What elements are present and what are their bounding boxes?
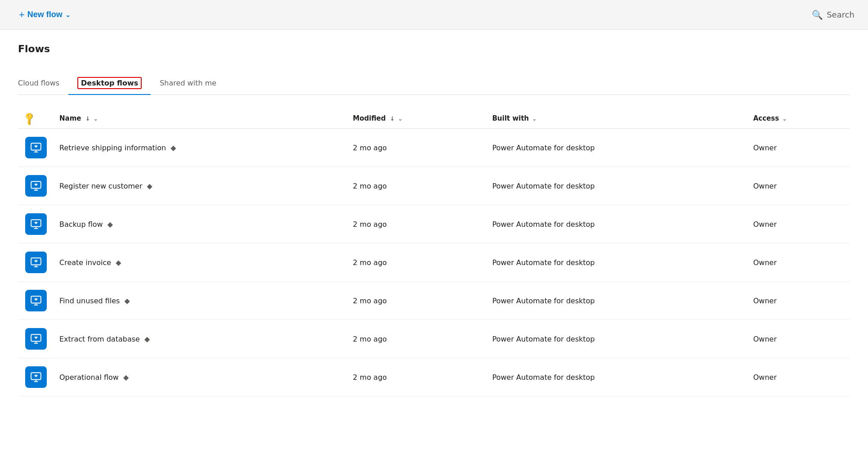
table-row[interactable]: Register new customer ◆ 2 mo agoPower Au… [18,167,850,205]
flow-name-cell[interactable]: Backup flow ◆ [54,205,348,243]
search-icon: 🔍 [812,9,823,20]
flow-access-cell: Owner [748,167,850,205]
key-icon: 🔑 [21,111,37,126]
flow-icon-box [25,328,47,350]
flow-icon-box [25,290,47,311]
sort-down-icon: ↓ [85,115,90,122]
flow-built-with-cell: Power Automate for desktop [487,129,747,167]
flow-name-cell[interactable]: Find unused files ◆ [54,282,348,320]
col-key-header: 🔑 [18,108,54,129]
plus-icon: + [19,9,25,21]
diamond-icon: ◆ [123,373,129,382]
flow-name-cell[interactable]: Register new customer ◆ [54,167,348,205]
table-row[interactable]: Operational flow ◆ 2 mo agoPower Automat… [18,358,850,396]
flow-modified-cell: 2 mo ago [348,243,487,282]
flow-modified-cell: 2 mo ago [348,167,487,205]
col-name-header[interactable]: Name ↓ ⌄ [54,108,348,129]
tab-shared-with-me[interactable]: Shared with me [151,74,225,93]
flow-built-with-cell: Power Automate for desktop [487,205,747,243]
table-row[interactable]: Backup flow ◆ 2 mo agoPower Automate for… [18,205,850,243]
flow-access-cell: Owner [748,129,850,167]
desktop-flow-icon [30,371,42,383]
desktop-flow-icon [30,142,42,153]
diamond-icon: ◆ [124,297,130,305]
flow-icon-box [25,252,47,273]
desktop-flow-icon [30,295,42,306]
flow-modified-cell: 2 mo ago [348,282,487,320]
flow-built-with-cell: Power Automate for desktop [487,243,747,282]
flow-modified-cell: 2 mo ago [348,358,487,396]
flow-icon-cell [18,358,54,396]
diamond-icon: ◆ [144,335,150,343]
flow-built-with-cell: Power Automate for desktop [487,320,747,358]
col-built-with-header[interactable]: Built with ⌄ [487,108,747,129]
flow-icon-box [25,366,47,388]
flow-icon-cell [18,282,54,320]
flow-name-cell[interactable]: Operational flow ◆ [54,358,348,396]
flow-name-text: Extract from database [59,335,140,343]
flow-icon-box [25,137,47,158]
desktop-flow-icon [30,218,42,230]
flow-modified-cell: 2 mo ago [348,205,487,243]
flow-icon-cell [18,129,54,167]
diamond-icon: ◆ [107,220,113,229]
flow-name-text: Register new customer [59,182,142,190]
diamond-icon: ◆ [116,258,121,267]
flows-table: 🔑 Name ↓ ⌄ Modified ↓ ⌄ Built with ⌄ [18,108,850,396]
flow-icon-cell [18,320,54,358]
sort-down-icon: ↓ [390,115,395,122]
chevron-down-icon: ⌄ [65,11,71,18]
flow-name-cell[interactable]: Retrieve shipping information ◆ [54,129,348,167]
flow-icon-cell [18,243,54,282]
chevron-down-icon: ⌄ [532,116,537,122]
table-header-row: 🔑 Name ↓ ⌄ Modified ↓ ⌄ Built with ⌄ [18,108,850,129]
flow-name-text: Retrieve shipping information [59,144,166,152]
flow-built-with-cell: Power Automate for desktop [487,358,747,396]
diamond-icon: ◆ [170,144,176,152]
table-body: Retrieve shipping information ◆ 2 mo ago… [18,129,850,396]
table-header: 🔑 Name ↓ ⌄ Modified ↓ ⌄ Built with ⌄ [18,108,850,129]
flow-built-with-cell: Power Automate for desktop [487,282,747,320]
flow-icon-cell [18,167,54,205]
flow-built-with-cell: Power Automate for desktop [487,167,747,205]
flow-name-text: Backup flow [59,220,103,229]
flow-name-cell[interactable]: Extract from database ◆ [54,320,348,358]
flow-name-cell[interactable]: Create invoice ◆ [54,243,348,282]
flow-access-cell: Owner [748,358,850,396]
flow-name-text: Operational flow [59,373,119,382]
table-row[interactable]: Find unused files ◆ 2 mo agoPower Automa… [18,282,850,320]
table-row[interactable]: Extract from database ◆ 2 mo agoPower Au… [18,320,850,358]
flow-modified-cell: 2 mo ago [348,129,487,167]
search-container[interactable]: 🔍 Search [812,9,855,20]
new-flow-button[interactable]: + New flow ⌄ [13,5,76,24]
tab-cloud-flows[interactable]: Cloud flows [18,74,68,93]
flow-name-text: Create invoice [59,258,111,267]
tabs-container: Cloud flows Desktop flows Shared with me [18,72,850,95]
table-row[interactable]: Retrieve shipping information ◆ 2 mo ago… [18,129,850,167]
desktop-flow-icon [30,180,42,192]
diamond-icon: ◆ [147,182,152,190]
desktop-flow-icon [30,333,42,345]
tab-desktop-flows[interactable]: Desktop flows [68,72,151,94]
flow-icon-box [25,213,47,235]
col-modified-header[interactable]: Modified ↓ ⌄ [348,108,487,129]
flow-icon-cell [18,205,54,243]
desktop-flow-icon [30,256,42,268]
flow-access-cell: Owner [748,205,850,243]
chevron-down-icon: ⌄ [94,116,98,122]
new-flow-label: New flow [27,10,63,19]
search-label: Search [827,10,855,19]
flow-access-cell: Owner [748,282,850,320]
flow-icon-box [25,175,47,197]
page-title: Flows [18,43,50,54]
chevron-down-icon: ⌄ [398,116,403,122]
flow-name-text: Find unused files [59,297,120,305]
flow-access-cell: Owner [748,243,850,282]
table-row[interactable]: Create invoice ◆ 2 mo agoPower Automate … [18,243,850,282]
col-access-header[interactable]: Access ⌄ [748,108,850,129]
header-row: Flows Install ⌄ [18,43,850,63]
flow-modified-cell: 2 mo ago [348,320,487,358]
main-content: Flows Install ⌄ Cloud flows Desktop flow… [0,30,868,450]
tab-desktop-wrapper: Desktop flows [77,77,142,89]
topbar: + New flow ⌄ 🔍 Search [0,0,868,30]
